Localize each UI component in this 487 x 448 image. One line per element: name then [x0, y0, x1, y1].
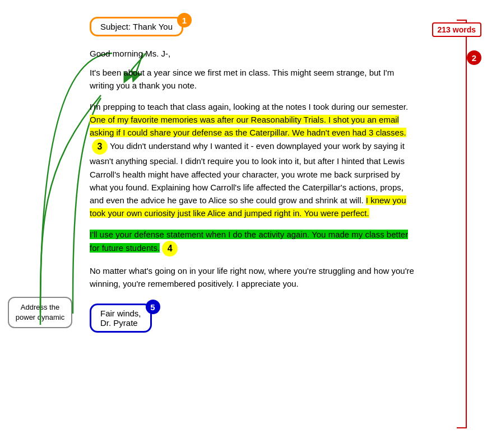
subject-box: Subject: Thank You 1 — [90, 17, 183, 36]
badge-4: 4 — [162, 241, 178, 256]
badge-5: 5 — [146, 300, 160, 314]
callout-box: Address the power dynamic — [8, 297, 72, 328]
signature-text: Fair winds,Dr. Pyrate — [100, 309, 141, 328]
email-area: Subject: Thank You 1 Good morning Ms. J-… — [90, 17, 420, 333]
para4-text: No matter what's going on in your life r… — [90, 266, 414, 288]
para3-highlight: I'll use your defense statement when I d… — [90, 230, 408, 253]
para4: No matter what's going on in your life r… — [90, 264, 420, 291]
para2-pre: I'm prepping to teach that class again, … — [90, 102, 408, 111]
callout-text: Address the power dynamic — [16, 303, 64, 321]
para2: I'm prepping to teach that class again, … — [90, 100, 420, 220]
badge-3: 3 — [92, 139, 108, 155]
signature-box: Fair winds,Dr. Pyrate 5 — [90, 304, 152, 333]
para1-text: It's been about a year since we first me… — [90, 68, 394, 90]
subject-text: Subject: Thank You — [100, 22, 173, 31]
page-container: 213 words 2 Address the power dynamic Su… — [0, 0, 487, 448]
para3: I'll use your defense statement when I d… — [90, 228, 420, 256]
para1: It's been about a year since we first me… — [90, 66, 420, 92]
red-bracket — [457, 20, 467, 428]
para2-highlight1: One of my favorite memories was after ou… — [90, 115, 406, 137]
greeting: Good morning Ms. J-, — [90, 49, 420, 58]
greeting-text: Good morning Ms. J-, — [90, 49, 170, 58]
para2-mid: You didn't understand why I wanted it - … — [90, 141, 405, 205]
word-count-badge: 213 words — [432, 22, 481, 37]
badge-1: 1 — [177, 13, 192, 27]
badge-2: 2 — [467, 50, 481, 65]
